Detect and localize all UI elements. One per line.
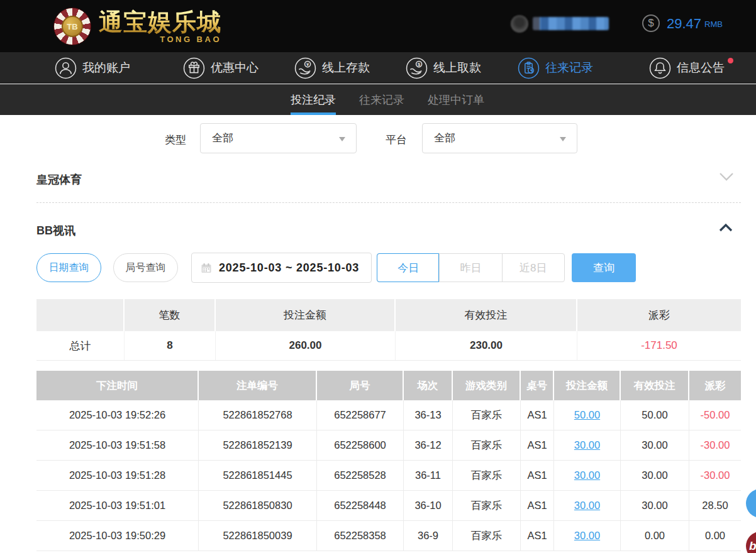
table-row: 2025-10-03 19:51:01 522861850830 6522584… bbox=[36, 491, 741, 521]
cell-bet-time: 2025-10-03 19:51:58 bbox=[36, 430, 199, 460]
cell-bet-amount-link[interactable]: 50.00 bbox=[554, 400, 621, 430]
cell-bet-id: 522861852139 bbox=[199, 430, 317, 460]
nav-label: 信息公告 bbox=[677, 60, 725, 76]
cell-table-no: AS1 bbox=[521, 461, 554, 490]
section-divider bbox=[36, 202, 741, 203]
nav-item-announcements[interactable]: 信息公告 bbox=[649, 52, 725, 84]
logo[interactable]: TB 通宝娱乐城 TONG BAO bbox=[53, 8, 221, 45]
type-select[interactable]: 全部 bbox=[200, 123, 357, 153]
cell-table-no: AS1 bbox=[521, 491, 554, 520]
summary-total-row: 总计 8 260.00 230.00 -171.50 bbox=[36, 331, 741, 361]
logo-subtitle: TONG BAO bbox=[160, 35, 221, 44]
chevron-up-icon[interactable] bbox=[719, 222, 734, 233]
deposit-icon: ¥ bbox=[294, 57, 316, 79]
search-button[interactable]: 查询 bbox=[572, 253, 636, 282]
gift-icon bbox=[183, 57, 205, 79]
user-icon bbox=[55, 57, 77, 79]
summary-header-bet: 投注金额 bbox=[216, 299, 396, 331]
summary-total-payout: -171.50 bbox=[577, 331, 741, 360]
cell-valid-bet: 0.00 bbox=[621, 521, 689, 550]
cell-game-type: 百家乐 bbox=[453, 461, 521, 490]
cell-payout: -30.00 bbox=[689, 461, 741, 490]
nav-label: 线上存款 bbox=[322, 60, 370, 76]
table-row: 2025-10-03 19:50:29 522861850039 6522583… bbox=[36, 521, 741, 551]
withdraw-icon: $ bbox=[406, 57, 428, 79]
recent-8-days-button[interactable]: 近8日 bbox=[503, 254, 564, 282]
cell-bet-time: 2025-10-03 19:51:28 bbox=[36, 461, 199, 490]
today-button[interactable]: 今日 bbox=[377, 254, 440, 282]
cell-payout: -30.00 bbox=[689, 430, 741, 460]
tab-betting-records[interactable]: 投注纪录 bbox=[291, 84, 336, 115]
cell-session: 36-12 bbox=[404, 430, 453, 460]
cell-bet-amount-link[interactable]: 30.00 bbox=[554, 521, 621, 550]
nav-item-my-account[interactable]: 我的账户 bbox=[55, 52, 130, 84]
date-range-input[interactable]: 2025-10-03 ~ 2025-10-03 bbox=[191, 253, 372, 283]
table-row: 2025-10-03 19:51:58 522861852139 6522586… bbox=[36, 430, 741, 461]
caret-down-icon bbox=[560, 137, 566, 141]
summary-header-empty bbox=[36, 299, 125, 331]
nav-item-promotions[interactable]: 优惠中心 bbox=[183, 52, 258, 84]
cell-valid-bet: 30.00 bbox=[621, 491, 689, 520]
cell-bet-time: 2025-10-03 19:50:29 bbox=[36, 521, 199, 550]
dollar-icon: $ bbox=[642, 14, 660, 32]
col-valid-bet: 有效投注 bbox=[621, 371, 689, 400]
cell-game-type: 百家乐 bbox=[453, 491, 521, 520]
notification-dot bbox=[728, 58, 733, 63]
nav-label: 往来记录 bbox=[545, 60, 593, 76]
summary-header-valid: 有效投注 bbox=[396, 299, 577, 331]
summary-total-valid: 230.00 bbox=[396, 331, 577, 360]
floating-chat-button[interactable]: b bbox=[746, 532, 756, 553]
table-row: 2025-10-03 19:51:28 522861851445 6522585… bbox=[36, 461, 741, 491]
svg-text:¥: ¥ bbox=[306, 61, 309, 67]
round-query-button[interactable]: 局号查询 bbox=[113, 253, 178, 282]
cell-round-id: 652258600 bbox=[317, 430, 404, 460]
platform-filter-label: 平台 bbox=[386, 133, 407, 147]
summary-header-payout: 派彩 bbox=[577, 299, 741, 331]
platform-select[interactable]: 全部 bbox=[422, 123, 577, 153]
cell-bet-time: 2025-10-03 19:52:26 bbox=[36, 400, 199, 430]
cell-bet-amount-link[interactable]: 30.00 bbox=[554, 491, 621, 520]
col-bet-amount: 投注金额 bbox=[554, 371, 621, 400]
avatar[interactable] bbox=[511, 15, 528, 33]
section-crown-sports-title: 皇冠体育 bbox=[36, 172, 82, 187]
cell-table-no: AS1 bbox=[521, 400, 554, 430]
calendar-icon bbox=[201, 263, 212, 274]
cell-valid-bet: 30.00 bbox=[621, 430, 689, 460]
yesterday-button[interactable]: 昨日 bbox=[440, 254, 502, 282]
cell-bet-amount-link[interactable]: 30.00 bbox=[554, 430, 621, 460]
summary-total-bet: 260.00 bbox=[216, 331, 396, 360]
logo-title: 通宝娱乐城 bbox=[99, 9, 221, 36]
nav-item-deposit[interactable]: ¥ 线上存款 bbox=[294, 52, 370, 84]
nav-item-withdraw[interactable]: $ 线上取款 bbox=[406, 52, 481, 84]
main-nav: 我的账户 优惠中心 ¥ 线上存款 $ 线上取款 往来记录 bbox=[0, 52, 756, 84]
page: TB 通宝娱乐城 TONG BAO $ 29.47 RMB 我的账户 优惠中心 bbox=[0, 0, 756, 553]
floating-service-button[interactable] bbox=[746, 489, 756, 518]
logo-text: 通宝娱乐城 TONG BAO bbox=[99, 9, 221, 43]
type-filter-label: 类型 bbox=[165, 133, 186, 147]
cell-round-id: 652258448 bbox=[317, 491, 404, 520]
date-shortcut-group: 今日 昨日 近8日 bbox=[377, 253, 565, 282]
platform-select-value: 全部 bbox=[423, 124, 577, 153]
bell-icon bbox=[649, 57, 671, 79]
tab-pending-orders[interactable]: 处理中订单 bbox=[428, 84, 484, 115]
chevron-down-icon[interactable] bbox=[719, 172, 734, 182]
svg-text:$: $ bbox=[418, 61, 421, 67]
sub-tabs: 投注纪录 往来记录 处理中订单 bbox=[0, 84, 756, 115]
cell-bet-amount-link[interactable]: 30.00 bbox=[554, 461, 621, 490]
nav-label: 我的账户 bbox=[82, 60, 130, 76]
date-query-button[interactable]: 日期查询 bbox=[36, 253, 101, 282]
cell-round-id: 652258528 bbox=[317, 461, 404, 490]
table-body: 2025-10-03 19:52:26 522861852768 6522586… bbox=[36, 400, 741, 551]
summary-header-row: 笔数 投注金额 有效投注 派彩 bbox=[36, 299, 741, 331]
cell-payout: -50.00 bbox=[689, 400, 741, 430]
poker-chip-icon: TB bbox=[53, 8, 91, 45]
col-round-id: 局号 bbox=[317, 371, 404, 400]
cell-game-type: 百家乐 bbox=[453, 521, 521, 550]
summary-header-count: 笔数 bbox=[125, 299, 216, 331]
nav-label: 线上取款 bbox=[433, 60, 481, 76]
cell-bet-id: 522861851445 bbox=[199, 461, 317, 490]
nav-item-transaction-records[interactable]: 往来记录 bbox=[518, 52, 593, 84]
cell-bet-id: 522861850830 bbox=[199, 491, 317, 520]
tab-transaction-records[interactable]: 往来记录 bbox=[359, 84, 404, 115]
records-icon bbox=[518, 57, 540, 79]
